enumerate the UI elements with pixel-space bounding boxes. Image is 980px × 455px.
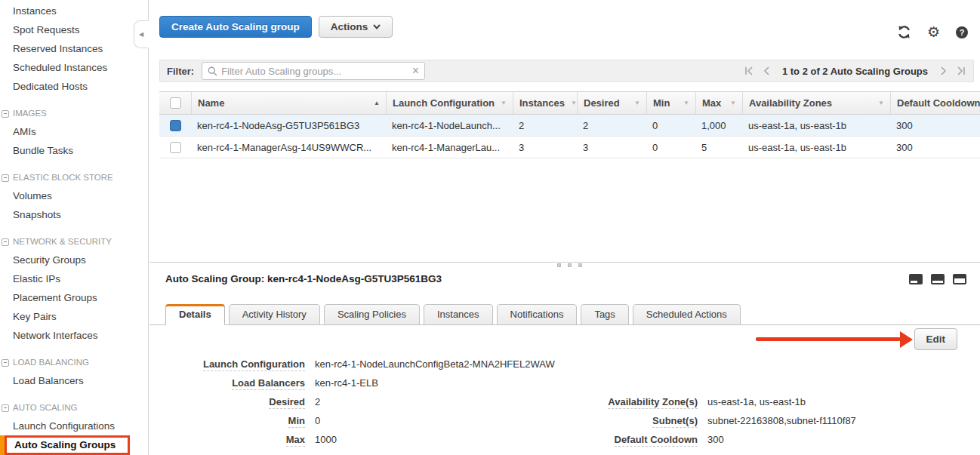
column-header-launch-configuration[interactable]: Launch Configuration ▼ <box>386 92 513 114</box>
sidebar-item-scheduled-instances[interactable]: Scheduled Instances <box>0 58 148 77</box>
tab-details[interactable]: Details <box>165 304 225 325</box>
tab-notifications[interactable]: Notifications <box>497 304 578 325</box>
section-title: LOAD BALANCING <box>13 354 89 371</box>
table-row[interactable]: ken-rc4-1-NodeAsg-G5TU3P561BG3 ken-rc4-1… <box>159 115 980 137</box>
filter-search-box[interactable]: × <box>202 62 425 80</box>
sidebar-item-spot-requests[interactable]: Spot Requests <box>0 20 148 39</box>
sidebar-item-elastic-ips[interactable]: Elastic IPs <box>0 269 148 288</box>
console-utility-icons: ⚙ ? <box>897 25 968 39</box>
sidebar-item-key-pairs[interactable]: Key Pairs <box>0 307 148 326</box>
column-header-desired[interactable]: Desired ▼ <box>577 92 646 114</box>
previous-page-icon[interactable] <box>763 66 770 75</box>
cell-name: ken-rc4-1-ManagerAsg-14US9WWCR... <box>191 137 386 158</box>
cell-default-cooldown: 300 <box>890 115 980 136</box>
column-header-default-cooldown[interactable]: Default Cooldown <box>890 92 980 114</box>
pane-layout-expand-icon[interactable] <box>953 274 966 284</box>
sidebar-section-elastic-block-store[interactable]: ELASTIC BLOCK STORE <box>0 169 148 186</box>
field-default-cooldown: Default Cooldown 300 <box>572 430 856 449</box>
clear-filter-icon[interactable]: × <box>412 64 419 78</box>
cell-min: 0 <box>646 137 695 158</box>
tab-tags[interactable]: Tags <box>581 304 628 325</box>
column-header-max[interactable]: Max ▼ <box>695 92 742 114</box>
column-header-min[interactable]: Min ▼ <box>646 92 695 114</box>
pane-layout-split-icon[interactable] <box>931 274 945 284</box>
create-auto-scaling-group-button[interactable]: Create Auto Scaling group <box>159 16 312 38</box>
sidebar-collapse-handle[interactable]: ◀ <box>134 20 149 48</box>
sidebar-section-auto-scaling[interactable]: AUTO SCALING <box>0 399 148 417</box>
sort-icon: ▼ <box>878 100 884 106</box>
table-row[interactable]: ken-rc4-1-ManagerAsg-14US9WWCR... ken-rc… <box>159 137 980 158</box>
column-label: Desired <box>584 97 620 109</box>
sidebar-item-volumes[interactable]: Volumes <box>0 186 148 205</box>
collapse-minus-icon[interactable] <box>2 238 9 246</box>
first-page-icon[interactable] <box>744 66 753 75</box>
sidebar-section-load-balancing[interactable]: LOAD BALANCING <box>0 354 148 371</box>
annotation-arrow-head <box>900 331 913 348</box>
sidebar-item-auto-scaling-groups[interactable]: Auto Scaling Groups <box>5 435 130 455</box>
tab-instances[interactable]: Instances <box>424 304 493 325</box>
sidebar-item-instances[interactable]: Instances <box>0 2 148 20</box>
sidebar-item-security-groups[interactable]: Security Groups <box>0 251 148 269</box>
row-checkbox[interactable] <box>170 120 181 131</box>
sidebar-item-amis[interactable]: AMIs <box>0 122 148 141</box>
collapse-minus-icon[interactable] <box>2 174 9 182</box>
pane-layout-controls <box>909 274 966 284</box>
chevron-down-icon <box>373 24 381 29</box>
field-value: 0 <box>315 415 320 426</box>
cell-min: 0 <box>646 115 695 136</box>
help-icon[interactable]: ? <box>956 26 968 38</box>
pane-layout-bottom-icon[interactable] <box>909 274 923 284</box>
sidebar-item-snapshots[interactable]: Snapshots <box>0 205 148 224</box>
edit-button[interactable]: Edit <box>914 328 958 350</box>
next-page-icon[interactable] <box>940 66 947 75</box>
splitter-drag-handle[interactable] <box>557 263 582 267</box>
field-label: Launch Configuration <box>203 358 305 371</box>
chevron-left-icon: ◀ <box>139 31 143 38</box>
tab-scheduled-actions[interactable]: Scheduled Actions <box>633 304 741 325</box>
sidebar-item-launch-configurations[interactable]: Launch Configurations <box>0 417 148 435</box>
column-header-name[interactable]: Name ▲ <box>191 92 386 114</box>
sidebar-item-bundle-tasks[interactable]: Bundle Tasks <box>0 141 148 160</box>
column-label: Default Cooldown <box>897 97 980 109</box>
sidebar-section-network-security[interactable]: NETWORK & SECURITY <box>0 233 148 251</box>
filter-input[interactable] <box>221 66 406 77</box>
collapse-minus-icon[interactable] <box>2 110 9 118</box>
refresh-icon[interactable] <box>897 25 911 39</box>
sidebar-item-reserved-instances[interactable]: Reserved Instances <box>0 39 148 58</box>
sidebar-section-images[interactable]: IMAGES <box>0 105 148 122</box>
field-placement-group: Placement Group <box>572 449 856 455</box>
row-checkbox[interactable] <box>170 142 181 153</box>
last-page-icon[interactable] <box>957 66 966 75</box>
sort-icon: ▼ <box>571 100 577 106</box>
sidebar-item-dedicated-hosts[interactable]: Dedicated Hosts <box>0 77 148 96</box>
tab-scaling-policies[interactable]: Scaling Policies <box>324 304 420 325</box>
section-title: NETWORK & SECURITY <box>13 233 112 251</box>
field-value: subnet-22163808,subnet-f1110f87 <box>707 415 856 426</box>
actions-button[interactable]: Actions <box>319 16 393 38</box>
collapse-minus-icon[interactable] <box>2 404 9 412</box>
field-label: Max <box>286 434 305 447</box>
cell-availability-zones: us-east-1a, us-east-1b <box>742 115 890 136</box>
tab-activity-history[interactable]: Activity History <box>229 304 320 325</box>
cell-launch-configuration: ken-rc4-1-ManagerLau... <box>386 137 513 158</box>
detail-fields-left: Launch Configuration ken-rc4-1-NodeLaunc… <box>165 355 555 455</box>
field-label: Subnet(s) <box>652 415 698 428</box>
cell-checkbox <box>159 137 191 158</box>
column-header-instances[interactable]: Instances ▼ <box>513 92 577 114</box>
annotation-arrow <box>756 337 901 341</box>
cell-launch-configuration: ken-rc4-1-NodeLaunch... <box>386 115 513 136</box>
field-label: Availability Zone(s) <box>608 396 698 409</box>
sidebar-item-placement-groups[interactable]: Placement Groups <box>0 288 148 307</box>
column-header-availability-zones[interactable]: Availability Zones ▼ <box>742 92 890 114</box>
gear-icon[interactable]: ⚙ <box>927 25 940 39</box>
field-load-balancers: Load Balancers ken-rc4-1-ELB <box>165 374 555 392</box>
cell-instances: 3 <box>513 137 577 158</box>
field-label: Default Cooldown <box>615 434 698 447</box>
select-all-checkbox[interactable] <box>170 97 181 109</box>
pagination-text: 1 to 2 of 2 Auto Scaling Groups <box>782 66 928 77</box>
sidebar-item-network-interfaces[interactable]: Network Interfaces <box>0 326 148 345</box>
collapse-minus-icon[interactable] <box>2 359 9 367</box>
cell-instances: 2 <box>513 115 577 136</box>
sort-icon: ▼ <box>683 100 689 106</box>
sidebar-item-load-balancers[interactable]: Load Balancers <box>0 371 148 390</box>
